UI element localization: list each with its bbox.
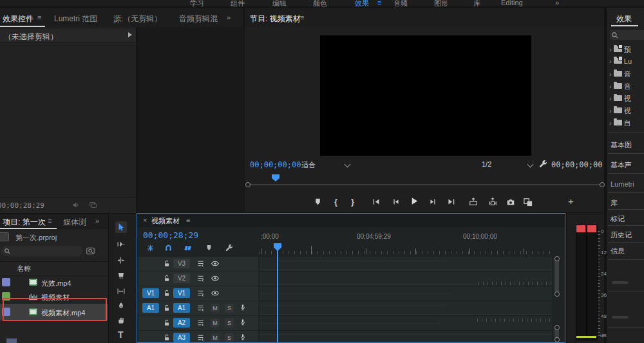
- sync-lock-icon[interactable]: [196, 333, 205, 342]
- left-tab-overflow-icon[interactable]: »: [227, 14, 231, 21]
- workspace-tab-graphics[interactable]: 图形: [434, 0, 448, 6]
- chevron-right-icon[interactable]: ›: [609, 95, 612, 102]
- extract-icon[interactable]: [488, 198, 497, 207]
- sync-lock-icon[interactable]: [196, 259, 205, 268]
- scrollbar-handle[interactable]: [554, 256, 560, 261]
- program-settings-wrench-icon[interactable]: [538, 159, 547, 168]
- effects-stack-icon[interactable]: [89, 201, 97, 209]
- scrollbar-handle[interactable]: [554, 337, 560, 342]
- workspace-tab-assembly[interactable]: 组件: [231, 0, 245, 6]
- timeline-playhead-line[interactable]: [277, 250, 278, 342]
- project-search-input[interactable]: [1, 246, 82, 256]
- project-home-icon[interactable]: [0, 232, 9, 241]
- button-editor-add-icon[interactable]: +: [568, 196, 574, 207]
- lift-icon[interactable]: [469, 198, 478, 207]
- type-tool-icon[interactable]: T: [118, 329, 124, 340]
- tab-timeline-sequence[interactable]: 视频素材: [151, 216, 180, 226]
- tree-item-lumetri-presets[interactable]: › Lu: [609, 57, 632, 65]
- pen-tool-icon[interactable]: [117, 302, 126, 310]
- clip-indicator-left[interactable]: [576, 225, 585, 232]
- track-lock-icon[interactable]: [163, 274, 171, 283]
- track-output-eye-icon[interactable]: [211, 259, 220, 268]
- tab-project[interactable]: 项目: 第一次: [3, 217, 46, 228]
- project-item-row[interactable]: 光效.mp4: [0, 275, 108, 290]
- step-back-icon[interactable]: [392, 198, 400, 206]
- workspace-overflow-icon[interactable]: »: [555, 0, 559, 6]
- workspace-tab-editing-cn[interactable]: 编辑: [272, 0, 287, 6]
- sync-lock-icon[interactable]: [196, 319, 205, 327]
- mark-in-button[interactable]: {: [334, 197, 337, 207]
- label-color-swatch[interactable]: [2, 278, 10, 286]
- timeline-track-area[interactable]: [260, 257, 552, 342]
- track-lock-icon[interactable]: [163, 259, 171, 268]
- source-patch-a1[interactable]: A1: [142, 303, 159, 313]
- track-target-v1[interactable]: V1: [173, 288, 190, 298]
- track-lock-icon[interactable]: [163, 304, 171, 312]
- play-icon[interactable]: [410, 196, 419, 206]
- chevron-right-icon[interactable]: ›: [609, 119, 612, 127]
- chevron-right-icon[interactable]: ›: [609, 107, 612, 115]
- sync-lock-icon[interactable]: [196, 304, 205, 312]
- workspace-menu-icon[interactable]: ≡: [377, 0, 381, 6]
- tree-item-video-effects[interactable]: › 视: [609, 94, 631, 104]
- workspace-tab-libraries[interactable]: 库: [473, 0, 480, 6]
- scrollbar-handle[interactable]: [554, 325, 560, 330]
- nest-sequence-icon[interactable]: [146, 244, 155, 252]
- timeline-view-toggle-icon[interactable]: [128, 32, 132, 37]
- mute-button[interactable]: M: [211, 319, 220, 328]
- solo-button[interactable]: S: [225, 319, 234, 328]
- rail-tab-lumetri-color[interactable]: Lumetri: [611, 180, 634, 188]
- scrub-right-handle[interactable]: [600, 182, 605, 187]
- source-patch-v1[interactable]: V1: [142, 288, 159, 298]
- rail-tab-essential-graphics[interactable]: 基本图: [611, 140, 632, 150]
- rail-tab-dim[interactable]: [612, 316, 629, 319]
- ripple-edit-tool-icon[interactable]: [117, 256, 126, 264]
- tree-item-audio-transitions[interactable]: › 音: [609, 82, 631, 91]
- tree-item-presets[interactable]: › 预: [609, 45, 631, 55]
- workspace-tab-audio[interactable]: 音频: [393, 0, 408, 6]
- project-panel-menu-icon[interactable]: ≡: [48, 217, 52, 225]
- go-to-in-icon[interactable]: [372, 198, 381, 206]
- track-output-eye-icon[interactable]: [211, 289, 220, 297]
- program-scrub-track[interactable]: [249, 184, 600, 185]
- program-video-frame[interactable]: [320, 35, 531, 156]
- track-target-a3[interactable]: A3: [173, 333, 190, 342]
- chevron-right-icon[interactable]: ›: [609, 70, 612, 78]
- rail-tab-essential-sound[interactable]: 基本声: [611, 160, 632, 170]
- selection-tool-icon[interactable]: [115, 221, 127, 233]
- timeline-panel-menu-icon[interactable]: ≡: [186, 216, 190, 224]
- track-lock-icon[interactable]: [163, 319, 171, 327]
- mark-out-button[interactable]: }: [351, 197, 354, 207]
- effect-controls-timecode[interactable]: 00;00;28;29: [0, 201, 44, 210]
- track-target-v3[interactable]: V3: [173, 259, 190, 268]
- rail-tab-libraries[interactable]: 库: [611, 198, 618, 208]
- tab-program-monitor[interactable]: 节目: 视频素材: [250, 14, 301, 24]
- chevron-right-icon[interactable]: ›: [609, 57, 612, 65]
- tree-item-video-transitions[interactable]: › 视: [609, 106, 631, 116]
- track-select-forward-tool-icon[interactable]: [117, 240, 126, 248]
- close-tab-icon[interactable]: ×: [143, 216, 147, 224]
- project-tab-overflow-icon[interactable]: »: [95, 217, 99, 225]
- fit-select[interactable]: 适合: [301, 160, 316, 170]
- tab-effects[interactable]: 效果: [616, 14, 632, 24]
- voiceover-mic-icon[interactable]: [239, 303, 247, 312]
- export-frame-camera-icon[interactable]: [506, 198, 515, 207]
- playback-resolution-select[interactable]: 1/2: [482, 160, 491, 168]
- program-current-timecode[interactable]: 00;00;00;00: [250, 160, 301, 169]
- workspace-tab-learning[interactable]: 学习: [190, 0, 204, 6]
- rail-tab-dim[interactable]: [612, 281, 629, 284]
- tab-effect-controls[interactable]: 效果控件: [3, 14, 33, 24]
- tab-media-browser[interactable]: 媒体浏: [63, 217, 88, 228]
- project-breadcrumb[interactable]: 第一次.prproj: [15, 233, 57, 243]
- video-tracks-scrollbar[interactable]: [554, 259, 559, 293]
- chevron-right-icon[interactable]: ›: [609, 46, 612, 53]
- program-playhead[interactable]: [272, 174, 279, 181]
- tab-source-monitor[interactable]: 源:（无剪辑）: [113, 14, 162, 24]
- voiceover-mic-icon[interactable]: [239, 318, 247, 327]
- slip-tool-icon[interactable]: [117, 287, 126, 295]
- track-output-eye-icon[interactable]: [211, 274, 220, 283]
- sync-lock-icon[interactable]: [196, 274, 205, 283]
- rail-tab-markers[interactable]: 标记: [611, 214, 625, 224]
- workspace-tab-effects-active[interactable]: 效果: [355, 0, 369, 6]
- razor-tool-icon[interactable]: [117, 272, 126, 280]
